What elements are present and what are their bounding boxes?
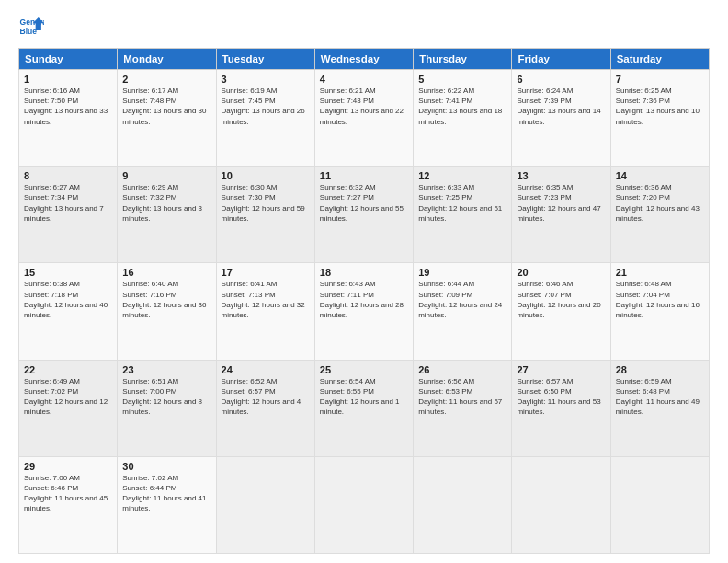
calendar-cell: 19Sunrise: 6:44 AMSunset: 7:09 PMDayligh… <box>414 263 512 360</box>
day-number: 15 <box>24 267 112 278</box>
calendar-cell <box>314 456 413 553</box>
weekday-header-thursday: Thursday <box>414 49 512 70</box>
logo: General Blue <box>18 15 44 40</box>
day-info: Sunrise: 6:56 AMSunset: 6:53 PMDaylight:… <box>418 377 502 417</box>
calendar-cell: 3Sunrise: 6:19 AMSunset: 7:45 PMDaylight… <box>216 70 314 167</box>
calendar-cell: 10Sunrise: 6:30 AMSunset: 7:30 PMDayligh… <box>216 167 314 263</box>
weekday-header-sunday: Sunday <box>19 49 118 70</box>
calendar-cell: 9Sunrise: 6:29 AMSunset: 7:32 PMDaylight… <box>118 167 216 263</box>
weekday-header-tuesday: Tuesday <box>216 49 314 70</box>
day-number: 12 <box>418 170 506 181</box>
day-info: Sunrise: 6:36 AMSunset: 7:20 PMDaylight:… <box>616 183 700 223</box>
day-info: Sunrise: 6:22 AMSunset: 7:41 PMDaylight:… <box>418 86 502 126</box>
day-info: Sunrise: 6:27 AMSunset: 7:34 PMDaylight:… <box>24 183 104 223</box>
calendar-week-5: 29Sunrise: 7:00 AMSunset: 6:46 PMDayligh… <box>19 456 710 553</box>
day-number: 16 <box>122 267 210 278</box>
calendar-cell: 6Sunrise: 6:24 AMSunset: 7:39 PMDaylight… <box>512 70 610 167</box>
calendar-cell: 18Sunrise: 6:43 AMSunset: 7:11 PMDayligh… <box>314 263 413 360</box>
day-info: Sunrise: 6:57 AMSunset: 6:50 PMDaylight:… <box>517 377 600 417</box>
day-number: 28 <box>616 364 704 375</box>
weekday-header-wednesday: Wednesday <box>314 49 413 70</box>
calendar: SundayMondayTuesdayWednesdayThursdayFrid… <box>18 48 710 554</box>
calendar-week-4: 22Sunrise: 6:49 AMSunset: 7:02 PMDayligh… <box>19 360 710 456</box>
day-info: Sunrise: 6:29 AMSunset: 7:32 PMDaylight:… <box>122 183 202 223</box>
logo-icon: General Blue <box>18 15 44 40</box>
day-number: 25 <box>320 364 408 375</box>
day-number: 2 <box>122 74 210 85</box>
day-info: Sunrise: 6:40 AMSunset: 7:16 PMDaylight:… <box>122 280 206 319</box>
day-info: Sunrise: 6:33 AMSunset: 7:25 PMDaylight:… <box>418 183 502 223</box>
calendar-cell: 22Sunrise: 6:49 AMSunset: 7:02 PMDayligh… <box>19 360 118 456</box>
day-info: Sunrise: 6:49 AMSunset: 7:02 PMDaylight:… <box>24 377 108 417</box>
calendar-cell: 28Sunrise: 6:59 AMSunset: 6:48 PMDayligh… <box>610 360 709 456</box>
weekday-header-friday: Friday <box>512 49 610 70</box>
day-info: Sunrise: 7:02 AMSunset: 6:44 PMDaylight:… <box>122 474 206 513</box>
day-info: Sunrise: 6:16 AMSunset: 7:50 PMDaylight:… <box>24 86 108 126</box>
day-number: 26 <box>418 364 506 375</box>
weekday-header-row: SundayMondayTuesdayWednesdayThursdayFrid… <box>19 49 710 70</box>
day-number: 19 <box>418 267 506 278</box>
day-number: 13 <box>517 170 605 181</box>
day-info: Sunrise: 6:44 AMSunset: 7:09 PMDaylight:… <box>418 280 502 319</box>
header: General Blue <box>18 15 710 40</box>
calendar-cell: 25Sunrise: 6:54 AMSunset: 6:55 PMDayligh… <box>314 360 413 456</box>
calendar-cell <box>610 456 709 553</box>
day-number: 10 <box>222 170 310 181</box>
day-info: Sunrise: 7:00 AMSunset: 6:46 PMDaylight:… <box>24 474 108 513</box>
day-info: Sunrise: 6:51 AMSunset: 7:00 PMDaylight:… <box>122 377 202 417</box>
day-number: 3 <box>222 74 310 85</box>
weekday-header-monday: Monday <box>118 49 216 70</box>
calendar-cell: 27Sunrise: 6:57 AMSunset: 6:50 PMDayligh… <box>512 360 610 456</box>
day-info: Sunrise: 6:30 AMSunset: 7:30 PMDaylight:… <box>222 183 305 223</box>
calendar-cell <box>216 456 314 553</box>
day-number: 18 <box>320 267 408 278</box>
calendar-cell: 7Sunrise: 6:25 AMSunset: 7:36 PMDaylight… <box>610 70 709 167</box>
calendar-week-3: 15Sunrise: 6:38 AMSunset: 7:18 PMDayligh… <box>19 263 710 360</box>
calendar-cell: 2Sunrise: 6:17 AMSunset: 7:48 PMDaylight… <box>118 70 216 167</box>
calendar-cell: 26Sunrise: 6:56 AMSunset: 6:53 PMDayligh… <box>414 360 512 456</box>
day-info: Sunrise: 6:17 AMSunset: 7:48 PMDaylight:… <box>122 86 206 126</box>
day-number: 4 <box>320 74 408 85</box>
day-number: 27 <box>517 364 605 375</box>
day-info: Sunrise: 6:54 AMSunset: 6:55 PMDaylight:… <box>320 377 400 417</box>
day-info: Sunrise: 6:43 AMSunset: 7:11 PMDaylight:… <box>320 280 404 319</box>
day-number: 22 <box>24 364 112 375</box>
calendar-week-2: 8Sunrise: 6:27 AMSunset: 7:34 PMDaylight… <box>19 167 710 263</box>
calendar-cell <box>512 456 610 553</box>
calendar-cell: 23Sunrise: 6:51 AMSunset: 7:00 PMDayligh… <box>118 360 216 456</box>
day-info: Sunrise: 6:24 AMSunset: 7:39 PMDaylight:… <box>517 86 600 126</box>
day-info: Sunrise: 6:32 AMSunset: 7:27 PMDaylight:… <box>320 183 404 223</box>
calendar-week-1: 1Sunrise: 6:16 AMSunset: 7:50 PMDaylight… <box>19 70 710 167</box>
calendar-cell: 1Sunrise: 6:16 AMSunset: 7:50 PMDaylight… <box>19 70 118 167</box>
day-number: 9 <box>122 170 210 181</box>
calendar-cell: 16Sunrise: 6:40 AMSunset: 7:16 PMDayligh… <box>118 263 216 360</box>
day-number: 6 <box>517 74 605 85</box>
calendar-cell: 5Sunrise: 6:22 AMSunset: 7:41 PMDaylight… <box>414 70 512 167</box>
calendar-cell <box>414 456 512 553</box>
calendar-cell: 29Sunrise: 7:00 AMSunset: 6:46 PMDayligh… <box>19 456 118 553</box>
weekday-header-saturday: Saturday <box>610 49 709 70</box>
day-info: Sunrise: 6:38 AMSunset: 7:18 PMDaylight:… <box>24 280 108 319</box>
calendar-cell: 30Sunrise: 7:02 AMSunset: 6:44 PMDayligh… <box>118 456 216 553</box>
day-info: Sunrise: 6:21 AMSunset: 7:43 PMDaylight:… <box>320 86 404 126</box>
day-info: Sunrise: 6:19 AMSunset: 7:45 PMDaylight:… <box>222 86 305 126</box>
day-number: 14 <box>616 170 704 181</box>
calendar-cell: 20Sunrise: 6:46 AMSunset: 7:07 PMDayligh… <box>512 263 610 360</box>
calendar-cell: 11Sunrise: 6:32 AMSunset: 7:27 PMDayligh… <box>314 167 413 263</box>
day-number: 29 <box>24 461 112 472</box>
svg-text:Blue: Blue <box>20 27 38 36</box>
calendar-cell: 13Sunrise: 6:35 AMSunset: 7:23 PMDayligh… <box>512 167 610 263</box>
calendar-cell: 14Sunrise: 6:36 AMSunset: 7:20 PMDayligh… <box>610 167 709 263</box>
day-number: 20 <box>517 267 605 278</box>
day-number: 5 <box>418 74 506 85</box>
day-info: Sunrise: 6:46 AMSunset: 7:07 PMDaylight:… <box>517 280 600 319</box>
calendar-cell: 4Sunrise: 6:21 AMSunset: 7:43 PMDaylight… <box>314 70 413 167</box>
day-info: Sunrise: 6:48 AMSunset: 7:04 PMDaylight:… <box>616 280 700 319</box>
day-number: 7 <box>616 74 704 85</box>
day-number: 30 <box>122 461 210 472</box>
page: General Blue SundayMondayTuesdayWednesda… <box>0 0 728 563</box>
calendar-cell: 17Sunrise: 6:41 AMSunset: 7:13 PMDayligh… <box>216 263 314 360</box>
day-number: 21 <box>616 267 704 278</box>
calendar-cell: 15Sunrise: 6:38 AMSunset: 7:18 PMDayligh… <box>19 263 118 360</box>
day-number: 24 <box>222 364 310 375</box>
